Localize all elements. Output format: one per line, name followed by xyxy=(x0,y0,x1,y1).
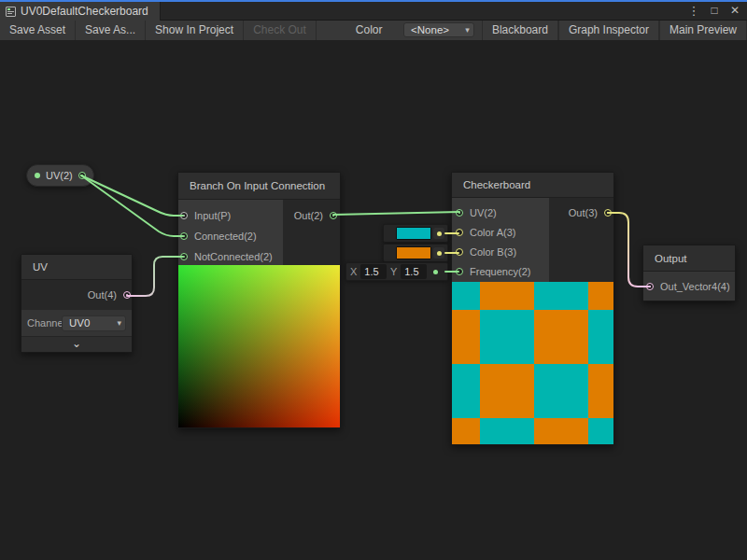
frequency-connector xyxy=(430,266,441,277)
maximize-icon[interactable]: □ xyxy=(706,4,723,17)
port-cb-uv-2[interactable] xyxy=(456,209,463,217)
kebab-menu-icon[interactable]: ⋮ xyxy=(685,4,702,18)
toolbar-right: Blackboard Graph Inspector Main Preview xyxy=(482,21,747,40)
node-branch-on-input-connection[interactable]: Branch On Input Connection Input(P) Conn… xyxy=(177,172,341,428)
close-icon[interactable]: ✕ xyxy=(726,4,743,17)
property-dot-icon xyxy=(35,173,40,178)
main-preview-button[interactable]: Main Preview xyxy=(659,21,747,40)
color-b-widget xyxy=(383,244,448,262)
port-color-b-3[interactable] xyxy=(456,248,463,256)
property-label: UV(2) xyxy=(46,170,73,181)
node-output[interactable]: Output Out_Vector4(4) xyxy=(642,245,736,301)
node-uv2-property[interactable]: UV(2) xyxy=(26,164,94,187)
port-notconnected-2[interactable] xyxy=(180,253,188,260)
color-a-swatch[interactable] xyxy=(396,227,431,240)
port-label: Color B(3) xyxy=(470,246,516,258)
port-cb-out-3[interactable] xyxy=(604,209,612,217)
color-b-swatch[interactable] xyxy=(396,246,431,259)
port-uv2-out[interactable] xyxy=(78,172,86,179)
blackboard-button[interactable]: Blackboard xyxy=(482,21,558,40)
port-label: Out_Vector4(4) xyxy=(660,281,730,292)
color-mode-dropdown[interactable]: <None> ▾ xyxy=(403,22,474,37)
port-branch-out-2[interactable] xyxy=(330,212,337,219)
tab-title: UV0DefaultCheckerboard xyxy=(21,5,148,18)
connector-dot-icon xyxy=(433,270,438,274)
channel-value: UV0 xyxy=(69,317,90,329)
y-label: Y xyxy=(390,266,397,277)
port-label: Input(P) xyxy=(194,210,231,221)
color-a-connector xyxy=(433,228,444,239)
dropdown-arrow-icon: ▾ xyxy=(117,316,121,329)
port-out-vector4-4[interactable] xyxy=(646,283,654,290)
node-uv[interactable]: UV Out(4) Channel UV0 ▾ ⌄ xyxy=(21,254,133,353)
save-as-button[interactable]: Save As... xyxy=(76,21,146,40)
connector-dot-icon xyxy=(437,231,442,236)
dropdown-arrow-icon: ▾ xyxy=(465,23,470,36)
connector-dot-icon xyxy=(437,251,442,256)
tab-bar: UV0DefaultCheckerboard xyxy=(0,2,747,21)
port-input-p[interactable] xyxy=(180,212,188,219)
port-label: Out(2) xyxy=(294,210,323,221)
check-out-button: Check Out xyxy=(244,21,317,40)
port-color-a-3[interactable] xyxy=(456,229,463,236)
port-label: Frequency(2) xyxy=(470,266,530,277)
port-label: Out(3) xyxy=(569,207,598,218)
checkerboard-preview xyxy=(452,282,613,444)
shader-graph-icon xyxy=(6,7,16,17)
port-label: Out(4) xyxy=(88,289,117,301)
node-checkerboard[interactable]: Checkerboard UV(2) Color A(3) Color B(3)… xyxy=(451,172,614,445)
branch-preview xyxy=(178,265,340,427)
node-title: Branch On Input Connection xyxy=(178,173,340,200)
frequency-x-field[interactable]: 1.5 xyxy=(360,264,387,279)
port-frequency-2[interactable] xyxy=(456,268,463,275)
color-mode-label: Color Mode xyxy=(346,21,403,40)
port-label: Color A(3) xyxy=(470,227,516,238)
channel-dropdown[interactable]: UV0 ▾ xyxy=(62,315,126,331)
toolbar: Save Asset Save As... Show In Project Ch… xyxy=(0,21,747,41)
port-label: NotConnected(2) xyxy=(194,251,273,262)
save-asset-button[interactable]: Save Asset xyxy=(0,21,76,40)
show-in-project-button[interactable]: Show In Project xyxy=(146,21,244,40)
port-connected-2[interactable] xyxy=(180,232,188,240)
port-label: Connected(2) xyxy=(194,231,257,242)
collapse-chevron-icon[interactable]: ⌄ xyxy=(21,336,132,352)
frequency-y-field[interactable]: 1.5 xyxy=(401,264,427,279)
graph-inspector-button[interactable]: Graph Inspector xyxy=(558,21,659,40)
color-a-widget xyxy=(383,224,448,243)
tab-uv0defaultcheckerboard[interactable]: UV0DefaultCheckerboard xyxy=(0,2,161,21)
color-b-connector xyxy=(433,247,444,259)
color-mode-value: <None> xyxy=(411,24,449,35)
node-title: UV xyxy=(21,255,132,280)
port-label: UV(2) xyxy=(470,207,497,218)
channel-row: Channel UV0 ▾ xyxy=(21,310,132,336)
port-uv-out-4[interactable] xyxy=(123,291,131,299)
x-label: X xyxy=(350,266,357,277)
frequency-widget: X 1.5 Y 1.5 xyxy=(345,262,448,281)
window-controls: ⋮ □ ✕ xyxy=(685,2,743,19)
node-title: Checkerboard xyxy=(452,173,613,198)
channel-label: Channel xyxy=(27,317,62,329)
node-title: Output xyxy=(643,245,735,272)
